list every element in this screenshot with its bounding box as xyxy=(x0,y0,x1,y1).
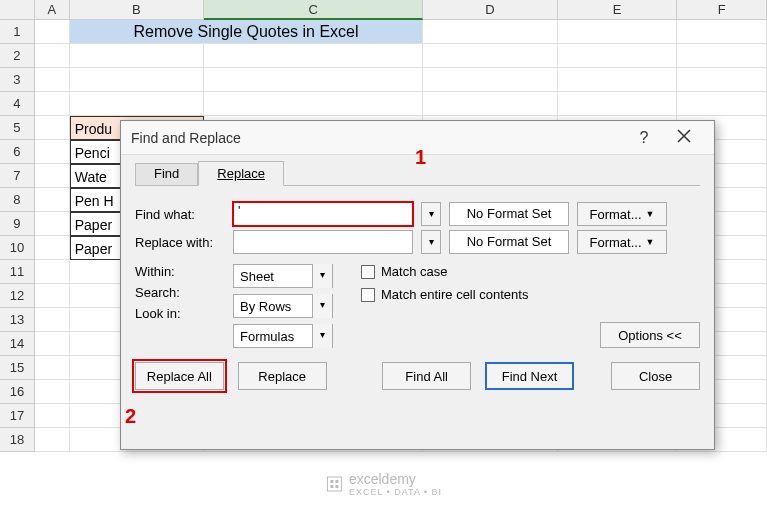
cell[interactable] xyxy=(35,116,70,140)
lookin-label: Look in: xyxy=(135,306,225,321)
cell[interactable] xyxy=(558,92,678,116)
cell[interactable] xyxy=(35,140,70,164)
row-header-9[interactable]: 9 xyxy=(0,212,35,236)
chevron-down-icon: ▼ xyxy=(646,237,655,247)
cell[interactable] xyxy=(35,356,70,380)
replace-format-preview: No Format Set xyxy=(449,230,569,254)
col-header-c[interactable]: C xyxy=(204,0,423,20)
cell[interactable] xyxy=(35,260,70,284)
chevron-down-icon: ▼ xyxy=(646,209,655,219)
replace-button[interactable]: Replace xyxy=(238,362,327,390)
col-header-d[interactable]: D xyxy=(423,0,557,20)
find-history-dropdown[interactable]: ▾ xyxy=(421,202,441,226)
row-header-8[interactable]: 8 xyxy=(0,188,35,212)
cell[interactable] xyxy=(35,284,70,308)
find-next-button[interactable]: Find Next xyxy=(485,362,574,390)
cell[interactable] xyxy=(204,68,423,92)
row-header-2[interactable]: 2 xyxy=(0,44,35,68)
row-header-14[interactable]: 14 xyxy=(0,332,35,356)
within-value: Sheet xyxy=(234,269,312,284)
tab-replace[interactable]: Replace xyxy=(198,161,284,186)
cell[interactable] xyxy=(423,68,557,92)
cell[interactable] xyxy=(677,44,767,68)
row-header-7[interactable]: 7 xyxy=(0,164,35,188)
match-case-label: Match case xyxy=(381,264,447,279)
replace-with-label: Replace with: xyxy=(135,235,225,250)
cell[interactable] xyxy=(558,44,678,68)
replace-history-dropdown[interactable]: ▾ xyxy=(421,230,441,254)
cell[interactable] xyxy=(204,44,423,68)
row-header-1[interactable]: 1 xyxy=(0,20,35,44)
row-header-6[interactable]: 6 xyxy=(0,140,35,164)
find-all-button[interactable]: Find All xyxy=(382,362,471,390)
cell[interactable] xyxy=(35,68,70,92)
cell[interactable] xyxy=(35,212,70,236)
replace-all-button[interactable]: Replace All xyxy=(135,362,224,390)
cell[interactable] xyxy=(35,332,70,356)
cell[interactable] xyxy=(70,68,204,92)
row-header-12[interactable]: 12 xyxy=(0,284,35,308)
cell[interactable] xyxy=(423,20,557,44)
row-header-17[interactable]: 17 xyxy=(0,404,35,428)
cell[interactable] xyxy=(558,20,678,44)
cell[interactable] xyxy=(558,68,678,92)
row-header-3[interactable]: 3 xyxy=(0,68,35,92)
match-case-checkbox[interactable] xyxy=(361,265,375,279)
col-header-b[interactable]: B xyxy=(70,0,204,20)
watermark: exceldemy EXCEL • DATA • BI xyxy=(325,471,442,497)
tab-panel: Find what: ' ▾ No Format Set Format...▼ … xyxy=(135,185,700,348)
row-header-13[interactable]: 13 xyxy=(0,308,35,332)
close-button[interactable]: Close xyxy=(611,362,700,390)
col-header-a[interactable]: A xyxy=(35,0,70,20)
cell[interactable] xyxy=(677,92,767,116)
chevron-down-icon: ▾ xyxy=(312,324,332,348)
row-header-10[interactable]: 10 xyxy=(0,236,35,260)
title-cell[interactable]: Remove Single Quotes in Excel xyxy=(70,20,424,44)
cell[interactable] xyxy=(35,20,70,44)
dialog-title: Find and Replace xyxy=(131,130,624,146)
col-header-e[interactable]: E xyxy=(558,0,678,20)
row-header-15[interactable]: 15 xyxy=(0,356,35,380)
find-replace-dialog: Find and Replace ? Find Replace Find wha… xyxy=(120,120,715,450)
replace-with-input[interactable] xyxy=(233,230,413,254)
cell[interactable] xyxy=(35,164,70,188)
cell[interactable] xyxy=(35,428,70,452)
cell[interactable] xyxy=(35,188,70,212)
row-header-4[interactable]: 4 xyxy=(0,92,35,116)
cell[interactable] xyxy=(423,44,557,68)
close-icon[interactable] xyxy=(664,129,704,147)
cell[interactable] xyxy=(35,236,70,260)
tab-find[interactable]: Find xyxy=(135,163,198,186)
cell[interactable] xyxy=(677,20,767,44)
search-select[interactable]: By Rows▾ xyxy=(233,294,333,318)
format-btn-label: Format... xyxy=(590,235,642,250)
help-button[interactable]: ? xyxy=(624,129,664,147)
cell[interactable] xyxy=(35,404,70,428)
lookin-select[interactable]: Formulas▾ xyxy=(233,324,333,348)
find-what-input[interactable]: ' xyxy=(233,202,413,226)
within-select[interactable]: Sheet▾ xyxy=(233,264,333,288)
search-label: Search: xyxy=(135,285,225,300)
cell[interactable] xyxy=(204,92,423,116)
replace-format-button[interactable]: Format...▼ xyxy=(577,230,667,254)
select-all-corner[interactable] xyxy=(0,0,35,20)
row-header-5[interactable]: 5 xyxy=(0,116,35,140)
row-header-18[interactable]: 18 xyxy=(0,428,35,452)
cell[interactable] xyxy=(70,92,204,116)
cell[interactable] xyxy=(423,92,557,116)
options-button[interactable]: Options << xyxy=(600,322,700,348)
match-entire-checkbox[interactable] xyxy=(361,288,375,302)
find-format-button[interactable]: Format...▼ xyxy=(577,202,667,226)
col-header-f[interactable]: F xyxy=(677,0,767,20)
row-header-11[interactable]: 11 xyxy=(0,260,35,284)
format-btn-label: Format... xyxy=(590,207,642,222)
match-entire-label: Match entire cell contents xyxy=(381,287,528,302)
cell[interactable] xyxy=(70,44,204,68)
cell[interactable] xyxy=(35,44,70,68)
cell[interactable] xyxy=(35,92,70,116)
cell[interactable] xyxy=(35,308,70,332)
row-header-16[interactable]: 16 xyxy=(0,380,35,404)
cell[interactable] xyxy=(35,380,70,404)
cell[interactable] xyxy=(677,68,767,92)
svg-rect-4 xyxy=(335,485,338,488)
